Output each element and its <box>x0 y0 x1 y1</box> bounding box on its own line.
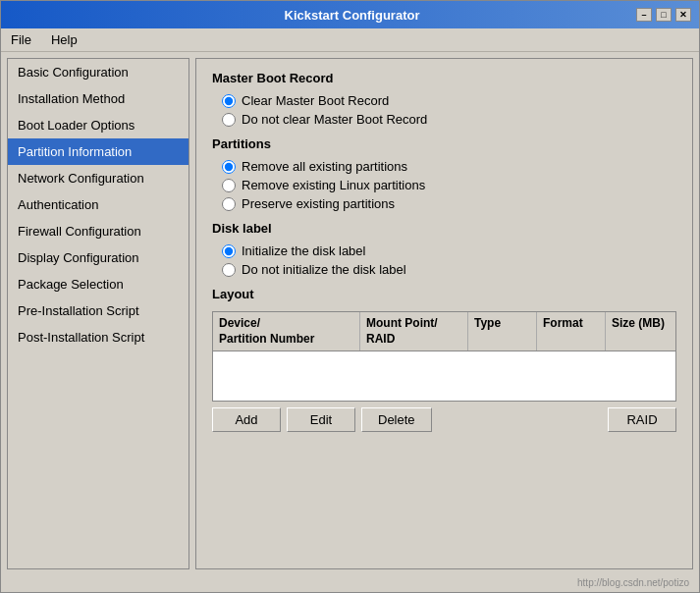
disklabel-label-noinit: Do not initialize the disk label <box>242 262 406 277</box>
mbr-label-clear: Clear Master Boot Record <box>242 93 389 108</box>
col-type: Type <box>468 312 537 350</box>
main-panel: Master Boot Record Clear Master Boot Rec… <box>195 58 693 569</box>
sidebar-item-installation-method[interactable]: Installation Method <box>8 85 188 112</box>
sidebar-item-boot-loader-options[interactable]: Boot Loader Options <box>8 112 188 138</box>
mbr-label-noclear: Do not clear Master Boot Record <box>242 112 427 127</box>
sidebar-item-package-selection[interactable]: Package Selection <box>8 271 188 297</box>
col-mount: Mount Point/RAID <box>360 312 468 350</box>
partition-option-remove-linux[interactable]: Remove existing Linux partitions <box>212 178 676 192</box>
sidebar-item-authentication[interactable]: Authentication <box>8 191 188 218</box>
partition-radio-remove-all[interactable] <box>222 160 236 174</box>
sidebar-item-firewall-configuration[interactable]: Firewall Configuration <box>8 218 188 244</box>
disklabel-label-init: Initialize the disk label <box>242 243 365 258</box>
mbr-option-clear[interactable]: Clear Master Boot Record <box>212 93 676 108</box>
mbr-title: Master Boot Record <box>212 71 676 85</box>
menu-help[interactable]: Help <box>47 31 81 48</box>
partitions-title: Partitions <box>212 136 676 151</box>
disklabel-radio-noinit[interactable] <box>222 263 236 277</box>
partition-option-remove-all[interactable]: Remove all existing partitions <box>212 159 676 174</box>
partitions-section: Partitions Remove all existing partition… <box>212 136 676 211</box>
partition-label-preserve: Preserve existing partitions <box>242 196 395 211</box>
partition-label-remove-linux: Remove existing Linux partitions <box>242 178 425 192</box>
table-buttons: Add Edit Delete RAID <box>212 407 676 432</box>
table-header: Device/Partition Number Mount Point/RAID… <box>213 312 675 351</box>
main-window: Kickstart Configurator – □ ✕ File Help B… <box>0 0 700 593</box>
partition-option-preserve[interactable]: Preserve existing partitions <box>212 196 676 211</box>
sidebar: Basic Configuration Installation Method … <box>7 58 189 569</box>
disklabel-section: Disk label Initialize the disk label Do … <box>212 221 676 277</box>
partition-label-remove-all: Remove all existing partitions <box>242 159 407 174</box>
disklabel-option-init[interactable]: Initialize the disk label <box>212 243 676 258</box>
content-area: Basic Configuration Installation Method … <box>1 52 699 575</box>
layout-title: Layout <box>212 287 676 301</box>
partition-radio-preserve[interactable] <box>222 197 236 211</box>
disklabel-option-noinit[interactable]: Do not initialize the disk label <box>212 262 676 277</box>
mbr-radio-clear[interactable] <box>222 94 236 108</box>
delete-button[interactable]: Delete <box>361 407 432 432</box>
layout-section: Layout Device/Partition Number Mount Poi… <box>212 287 676 432</box>
partition-table: Device/Partition Number Mount Point/RAID… <box>212 311 676 402</box>
partition-radio-remove-linux[interactable] <box>222 179 236 192</box>
sidebar-item-post-installation-script[interactable]: Post-Installation Script <box>8 324 188 350</box>
mbr-radio-noclear[interactable] <box>222 113 236 127</box>
col-format: Format <box>537 312 606 350</box>
col-size: Size (MB) <box>606 312 684 350</box>
edit-button[interactable]: Edit <box>287 407 355 432</box>
maximize-button[interactable]: □ <box>656 8 672 22</box>
menu-file[interactable]: File <box>7 31 35 48</box>
window-title: Kickstart Configurator <box>68 8 636 23</box>
sidebar-item-pre-installation-script[interactable]: Pre-Installation Script <box>8 297 188 324</box>
disklabel-title: Disk label <box>212 221 676 236</box>
bottom-bar: http://blog.csdn.net/potizo <box>1 575 699 592</box>
minimize-button[interactable]: – <box>636 8 652 22</box>
mbr-option-noclear[interactable]: Do not clear Master Boot Record <box>212 112 676 127</box>
close-button[interactable]: ✕ <box>675 8 691 22</box>
raid-button[interactable]: RAID <box>608 407 676 432</box>
table-body <box>213 351 675 401</box>
sidebar-item-display-configuration[interactable]: Display Configuration <box>8 244 188 271</box>
title-bar-buttons: – □ ✕ <box>636 8 691 22</box>
watermark-text: http://blog.csdn.net/potizo <box>573 575 693 590</box>
col-device: Device/Partition Number <box>213 312 360 350</box>
sidebar-item-network-configuration[interactable]: Network Configuration <box>8 165 188 191</box>
menubar: File Help <box>1 28 699 52</box>
mbr-section: Master Boot Record Clear Master Boot Rec… <box>212 71 676 127</box>
sidebar-item-partition-information[interactable]: Partition Information <box>8 138 188 165</box>
title-bar: Kickstart Configurator – □ ✕ <box>1 1 699 28</box>
sidebar-item-basic-configuration[interactable]: Basic Configuration <box>8 59 188 85</box>
add-button[interactable]: Add <box>212 407 281 432</box>
disklabel-radio-init[interactable] <box>222 244 236 258</box>
